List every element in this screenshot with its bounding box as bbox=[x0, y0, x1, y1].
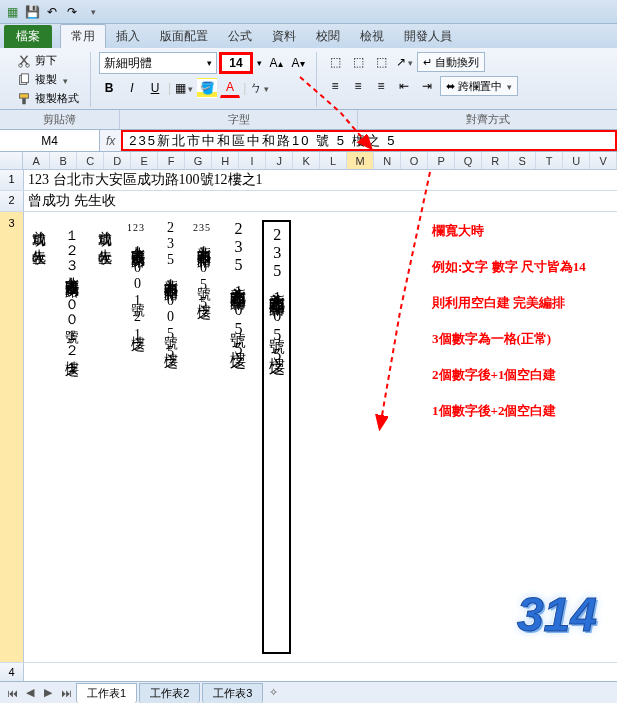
select-all-corner[interactable] bbox=[0, 152, 23, 169]
font-name-value: 新細明體 bbox=[104, 55, 152, 72]
vert-col-4[interactable]: 台北市大安區成功路100號12樓之1 bbox=[127, 235, 148, 343]
tab-view[interactable]: 檢視 bbox=[350, 25, 394, 48]
sheet-nav-first[interactable]: ⏮ bbox=[4, 685, 20, 701]
sheet-tab-1[interactable]: 工作表1 bbox=[76, 683, 137, 703]
vert-col-5[interactable]: 235新北市中和區中和路100號5樓之5 bbox=[160, 220, 181, 654]
vert-col-6-top[interactable]: 235 bbox=[193, 220, 214, 235]
row3-content: 曾成功 先生收 １２３台北市大安區成功路１００號１２樓之１ 曾成功 先生收 12… bbox=[24, 212, 617, 662]
col-header[interactable]: C bbox=[77, 152, 104, 169]
align-center-button[interactable]: ≡ bbox=[348, 76, 368, 96]
font-name-combo[interactable]: 新細明體▾ bbox=[99, 52, 217, 74]
wrap-text-button[interactable]: ↵ 自動換列 bbox=[417, 52, 485, 72]
col-header[interactable]: G bbox=[185, 152, 212, 169]
tab-data[interactable]: 資料 bbox=[262, 25, 306, 48]
file-tab[interactable]: 檔案 bbox=[4, 25, 52, 48]
row-header[interactable]: 2 bbox=[0, 191, 24, 211]
tab-layout[interactable]: 版面配置 bbox=[150, 25, 218, 48]
annotation-5: 2個數字後+1個空白建 bbox=[432, 366, 586, 384]
tab-formulas[interactable]: 公式 bbox=[218, 25, 262, 48]
align-top-button[interactable]: ⬚ bbox=[325, 52, 345, 72]
vert-col-3[interactable]: 曾成功 先生收 bbox=[94, 220, 115, 654]
align-right-button[interactable]: ≡ bbox=[371, 76, 391, 96]
orientation-button[interactable]: ↗ bbox=[394, 52, 414, 72]
sheet-tab-3[interactable]: 工作表3 bbox=[202, 683, 263, 703]
sheet-nav-last[interactable]: ⏭ bbox=[58, 685, 74, 701]
tab-insert[interactable]: 插入 bbox=[106, 25, 150, 48]
sheet-nav-next[interactable]: ▶ bbox=[40, 685, 56, 701]
col-header[interactable]: N bbox=[374, 152, 401, 169]
save-icon[interactable]: 💾 bbox=[24, 4, 40, 20]
vert-col-1[interactable]: 曾成功 先生收 bbox=[28, 220, 49, 654]
col-header[interactable]: P bbox=[428, 152, 455, 169]
redo-icon[interactable]: ↷ bbox=[64, 4, 80, 20]
formula-input[interactable]: 235新北市中和區中和路10 號 5 樓之 5 bbox=[121, 130, 617, 151]
row-4: 4 bbox=[0, 662, 617, 681]
col-header[interactable]: V bbox=[590, 152, 617, 169]
col-header[interactable]: K bbox=[293, 152, 320, 169]
font-color-button[interactable]: A bbox=[220, 78, 240, 98]
new-sheet-button[interactable]: ✧ bbox=[265, 685, 281, 701]
merge-center-button[interactable]: ⬌ 跨欄置中 bbox=[440, 76, 518, 96]
sheet-tab-2[interactable]: 工作表2 bbox=[139, 683, 200, 703]
vert-col-2[interactable]: １２３台北市大安區成功路１００號１２樓之１ bbox=[61, 220, 82, 654]
vert-col-6[interactable]: 新北市中和區中和路10號5樓之5 bbox=[193, 235, 214, 311]
cell-a1[interactable]: 123 台北市大安區成功路100號12樓之1 bbox=[24, 170, 617, 190]
decrease-indent-button[interactable]: ⇤ bbox=[394, 76, 414, 96]
tab-home[interactable]: 常用 bbox=[60, 24, 106, 48]
col-header[interactable]: B bbox=[50, 152, 77, 169]
annotation-1: 欄寬大時 bbox=[432, 222, 586, 240]
col-header[interactable]: U bbox=[563, 152, 590, 169]
col-header[interactable]: O bbox=[401, 152, 428, 169]
qat-more[interactable] bbox=[84, 4, 100, 20]
tab-review[interactable]: 校閱 bbox=[306, 25, 350, 48]
clipboard-group-label: 剪貼簿 bbox=[0, 110, 120, 129]
undo-icon[interactable]: ↶ bbox=[44, 4, 60, 20]
italic-button[interactable]: I bbox=[122, 78, 142, 98]
copy-button[interactable]: 複製 bbox=[14, 71, 82, 88]
col-header[interactable]: J bbox=[266, 152, 293, 169]
font-size-dropdown[interactable]: ▾ bbox=[255, 58, 264, 68]
col-header[interactable]: F bbox=[158, 152, 185, 169]
row-header[interactable]: 1 bbox=[0, 170, 24, 190]
col-header[interactable]: D bbox=[104, 152, 131, 169]
grow-font-button[interactable]: A▴ bbox=[266, 53, 286, 73]
name-box[interactable]: M4 bbox=[0, 130, 100, 151]
row-header[interactable]: 4 bbox=[0, 663, 24, 681]
ribbon: 剪下 複製 複製格式 新細明體▾ 14 ▾ A▴ A▾ B I U bbox=[0, 48, 617, 110]
col-header[interactable]: M bbox=[347, 152, 374, 169]
font-size-combo[interactable]: 14 bbox=[219, 52, 253, 74]
shrink-font-button[interactable]: A▾ bbox=[288, 53, 308, 73]
col-header[interactable]: A bbox=[23, 152, 50, 169]
border-button[interactable]: ▦ bbox=[174, 78, 194, 98]
cell-a2[interactable]: 曾成功 先生收 bbox=[24, 191, 617, 211]
cut-label: 剪下 bbox=[35, 53, 57, 68]
fill-color-button[interactable]: 🪣 bbox=[197, 78, 217, 98]
align-bottom-button[interactable]: ⬚ bbox=[371, 52, 391, 72]
col-header[interactable]: I bbox=[239, 152, 266, 169]
col-header[interactable]: E bbox=[131, 152, 158, 169]
vert-col-m-selected[interactable]: 235新北市中和區中和路10號5樓之5 bbox=[262, 220, 291, 654]
col-header[interactable]: R bbox=[482, 152, 509, 169]
align-left-button[interactable]: ≡ bbox=[325, 76, 345, 96]
col-header[interactable]: H bbox=[212, 152, 239, 169]
underline-button[interactable]: U bbox=[145, 78, 165, 98]
col-header[interactable]: S bbox=[509, 152, 536, 169]
format-painter-button[interactable]: 複製格式 bbox=[14, 90, 82, 107]
bold-button[interactable]: B bbox=[99, 78, 119, 98]
cell-a4[interactable] bbox=[24, 663, 617, 681]
row-header[interactable]: 3 bbox=[0, 212, 24, 662]
vert-col-4-top[interactable]: 123 bbox=[127, 220, 148, 235]
col-header[interactable]: Q bbox=[455, 152, 482, 169]
tab-developer[interactable]: 開發人員 bbox=[394, 25, 462, 48]
sheet-nav-prev[interactable]: ◀ bbox=[22, 685, 38, 701]
fx-icon[interactable]: fx bbox=[100, 134, 121, 148]
align-middle-button[interactable]: ⬚ bbox=[348, 52, 368, 72]
col-header[interactable]: L bbox=[320, 152, 347, 169]
sheet-tab-bar: ⏮ ◀ ▶ ⏭ 工作表1 工作表2 工作表3 ✧ bbox=[0, 681, 617, 703]
increase-indent-button[interactable]: ⇥ bbox=[417, 76, 437, 96]
phonetic-button[interactable]: ㄅ bbox=[249, 78, 269, 98]
ribbon-tabs: 檔案 常用 插入 版面配置 公式 資料 校閱 檢視 開發人員 bbox=[0, 24, 617, 48]
cut-button[interactable]: 剪下 bbox=[14, 52, 82, 69]
col-header[interactable]: T bbox=[536, 152, 563, 169]
vert-col-7[interactable]: 235新北市中和區中和路10號5樓之5 bbox=[226, 220, 250, 654]
